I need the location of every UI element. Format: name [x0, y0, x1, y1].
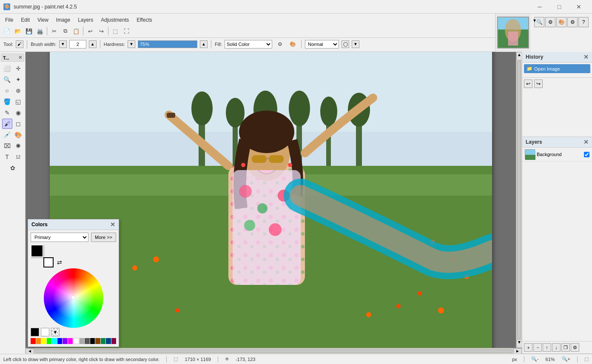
palette-navy[interactable] — [106, 338, 111, 344]
white-swatch-btn[interactable] — [41, 328, 49, 336]
crop-button[interactable]: ⬚ — [110, 26, 120, 36]
colors-close-btn[interactable]: ✕ — [110, 221, 115, 228]
palette-black[interactable] — [90, 338, 95, 344]
save-button[interactable]: 💾 — [24, 26, 34, 36]
history-redo-btn[interactable]: ↪ — [534, 80, 543, 88]
vertical-scrollbar[interactable]: ▲ ▼ — [516, 52, 522, 348]
primary-color-swatch[interactable] — [31, 245, 43, 257]
color-mode-dropdown[interactable]: Primary Secondary — [31, 233, 88, 242]
transparent-swatch-btn[interactable]: ▼ — [51, 328, 60, 336]
palette-green[interactable] — [47, 338, 52, 344]
fill-options-btn[interactable]: ⚙ — [275, 39, 285, 49]
layer-duplicate-btn[interactable]: ❐ — [561, 343, 570, 352]
text-tool[interactable]: T — [2, 152, 12, 162]
palette-cyan[interactable] — [52, 338, 57, 344]
layers-close-btn[interactable]: ✕ — [583, 139, 589, 145]
menu-view[interactable]: View — [34, 16, 52, 24]
paint-bucket-tool[interactable]: 🪣 — [2, 97, 12, 107]
right-btn-help[interactable]: ? — [578, 17, 589, 27]
gradient-tool[interactable]: ◱ — [13, 97, 23, 107]
layer-delete-btn[interactable]: － — [533, 343, 542, 352]
print-button[interactable]: 🖨️ — [35, 26, 45, 36]
history-close-btn[interactable]: ✕ — [583, 54, 589, 60]
thumbnail-dropdown-btn[interactable]: ▾ — [532, 17, 537, 24]
palette-yellow[interactable] — [41, 338, 46, 344]
clone-stamp-tool[interactable]: ◉ — [13, 108, 23, 118]
palette-blue[interactable] — [57, 338, 63, 344]
alpha-btn[interactable]: ◯ — [342, 40, 349, 48]
menu-file[interactable]: File — [2, 16, 17, 24]
status-zoom-decrease-btn[interactable]: 🔍- — [531, 356, 539, 362]
palette-darkgray[interactable] — [85, 338, 90, 344]
brush-width-increase[interactable]: ▲ — [89, 40, 97, 48]
hardness-decrease[interactable]: ▼ — [128, 40, 135, 48]
right-btn-color[interactable]: 🎨 — [556, 17, 566, 27]
fit-window-btn[interactable]: ⬚ — [584, 356, 589, 362]
open-button[interactable]: 📂 — [13, 26, 23, 36]
menu-image[interactable]: Image — [53, 16, 74, 24]
horizontal-scrollbar[interactable]: ◄ ► — [26, 348, 522, 354]
new-button[interactable]: 📄 — [2, 26, 12, 36]
tool-panel-close[interactable]: ✕ — [18, 55, 22, 60]
eraser-tool[interactable]: ◻ — [13, 119, 23, 129]
magic-wand-tool[interactable]: ✦ — [13, 74, 23, 85]
layer-add-btn[interactable]: ＋ — [524, 343, 532, 352]
close-button[interactable]: ✕ — [569, 0, 589, 14]
palette-white[interactable] — [73, 338, 79, 344]
maximize-button[interactable]: □ — [549, 0, 569, 14]
black-swatch-btn[interactable] — [31, 328, 39, 336]
tool-picker[interactable]: 🖌 — [16, 40, 23, 48]
history-item-open[interactable]: 📁 Open Image — [524, 64, 590, 73]
undo-button[interactable]: ↩ — [85, 26, 95, 36]
palette-darkgreen[interactable] — [101, 338, 106, 344]
fill-secondary-btn[interactable]: 🎨 — [287, 39, 298, 49]
layer-up-btn[interactable]: ↑ — [543, 343, 551, 352]
secondary-color-swatch[interactable] — [43, 257, 54, 267]
resize-button[interactable]: ⛶ — [121, 26, 131, 36]
pencil-tool[interactable]: ✎ — [2, 108, 12, 118]
layer-settings-btn[interactable]: ⚙ — [571, 343, 579, 352]
image-thumbnail[interactable] — [497, 17, 529, 48]
color-wheel-container[interactable] — [44, 268, 103, 328]
hardness-increase[interactable]: ▲ — [200, 40, 208, 48]
menu-effects[interactable]: Effects — [133, 16, 155, 24]
redo-button[interactable]: ↪ — [96, 26, 106, 36]
layer-down-btn[interactable]: ↓ — [552, 343, 561, 352]
move-tool[interactable]: ✛ — [13, 63, 23, 74]
brush-width-decrease[interactable]: ▼ — [59, 40, 67, 48]
palette-purple[interactable] — [63, 338, 68, 344]
menu-layers[interactable]: Layers — [74, 16, 97, 24]
fill-dropdown[interactable]: Solid Color Linear Gradient Radial Gradi… — [225, 40, 272, 48]
recolor-tool[interactable]: 🎨 — [13, 130, 23, 140]
ellipse-tool[interactable]: ⊕ — [13, 85, 23, 96]
paintbrush-tool[interactable]: 🖌 — [2, 119, 12, 129]
right-btn-tools[interactable]: ⚙ — [567, 17, 578, 27]
palette-orange[interactable] — [36, 338, 41, 344]
color-picker-tool[interactable]: 💉 — [2, 130, 12, 140]
zoom-tool[interactable]: 🔍 — [2, 74, 12, 85]
blob-tool[interactable]: ✺ — [13, 141, 23, 151]
palette-brown[interactable] — [95, 338, 100, 344]
status-zoom-increase-btn[interactable]: 🔍+ — [562, 356, 570, 362]
brush-width-input[interactable] — [69, 40, 86, 48]
swap-colors-btn[interactable]: ⇄ — [57, 259, 62, 266]
layer-visible-checkbox[interactable] — [584, 152, 589, 157]
palette-magenta[interactable] — [68, 338, 73, 344]
minimize-button[interactable]: ─ — [530, 0, 549, 14]
cut-button[interactable]: ✂ — [49, 26, 59, 36]
shape-tool[interactable]: ✿ — [8, 163, 18, 173]
lasso-tool[interactable]: ○ — [2, 85, 12, 96]
paste-button[interactable]: 📋 — [71, 26, 81, 36]
blend-options-btn[interactable]: ▼ — [352, 40, 359, 48]
copy-button[interactable]: ⧉ — [60, 26, 70, 36]
palette-lightgray[interactable] — [80, 338, 85, 344]
rectangle-select-tool[interactable]: ⬜ — [2, 63, 12, 74]
history-undo-btn[interactable]: ↩ — [524, 80, 532, 88]
palette-red[interactable] — [31, 338, 36, 344]
menu-edit[interactable]: Edit — [17, 16, 33, 24]
palette-darkpurple[interactable] — [111, 338, 117, 344]
blend-mode-dropdown[interactable]: Normal Multiply Screen Overlay — [305, 40, 339, 48]
right-btn-settings[interactable]: ⚙ — [545, 17, 555, 27]
colors-more-btn[interactable]: More >> — [91, 233, 116, 242]
menu-adjustments[interactable]: Adjustments — [97, 16, 132, 24]
